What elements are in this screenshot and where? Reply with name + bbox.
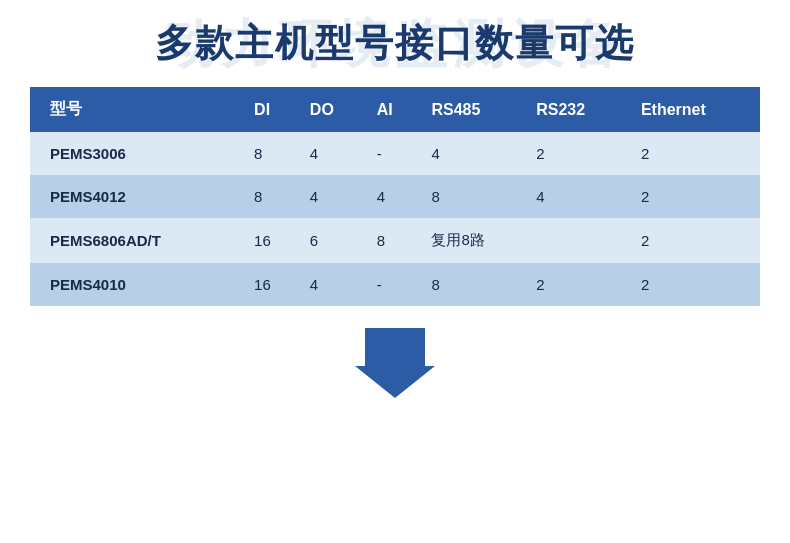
col-header-do: DO [300,87,367,132]
table-cell-rs232: 2 [526,132,631,175]
table-row: PEMS300684-422 [30,132,760,175]
page-title: 多款主机型号接口数量可选 [0,0,790,87]
specs-table: 型号 DI DO AI RS485 RS232 Ethernet PEMS300… [30,87,760,306]
table-cell-model: PEMS3006 [30,132,244,175]
svg-marker-0 [355,328,435,398]
table-cell-rs485: 8 [421,263,526,306]
table-cell-rs485: 4 [421,132,526,175]
col-header-rs232: RS232 [526,87,631,132]
col-header-model: 型号 [30,87,244,132]
table-row: PEMS6806AD/T1668复用8路2 [30,218,760,263]
table-cell-ai: 4 [367,175,422,218]
table-row: PEMS4010164-822 [30,263,760,306]
table-cell-di: 8 [244,132,300,175]
table-cell-model: PEMS6806AD/T [30,218,244,263]
table-cell-rs232: 2 [526,263,631,306]
down-arrow-icon [355,328,435,398]
table-row: PEMS4012844842 [30,175,760,218]
table-cell-do: 4 [300,132,367,175]
table-cell-ethernet: 2 [631,218,760,263]
table-cell-di: 8 [244,175,300,218]
table-header-row: 型号 DI DO AI RS485 RS232 Ethernet [30,87,760,132]
table-cell-rs485: 8 [421,175,526,218]
table-cell-do: 4 [300,175,367,218]
table-cell-di: 16 [244,218,300,263]
col-header-di: DI [244,87,300,132]
data-table-wrapper: 型号 DI DO AI RS485 RS232 Ethernet PEMS300… [30,87,760,306]
table-cell-ai: 8 [367,218,422,263]
table-cell-do: 6 [300,218,367,263]
table-cell-ai: - [367,132,422,175]
table-cell-ethernet: 2 [631,175,760,218]
table-cell-model: PEMS4010 [30,263,244,306]
col-header-rs485: RS485 [421,87,526,132]
table-cell-ethernet: 2 [631,263,760,306]
table-cell-rs232: 4 [526,175,631,218]
col-header-ai: AI [367,87,422,132]
table-cell-rs485: 复用8路 [421,218,631,263]
table-cell-do: 4 [300,263,367,306]
table-cell-model: PEMS4012 [30,175,244,218]
table-cell-ethernet: 2 [631,132,760,175]
arrow-container [0,328,790,398]
table-cell-ai: - [367,263,422,306]
col-header-ethernet: Ethernet [631,87,760,132]
table-cell-di: 16 [244,263,300,306]
